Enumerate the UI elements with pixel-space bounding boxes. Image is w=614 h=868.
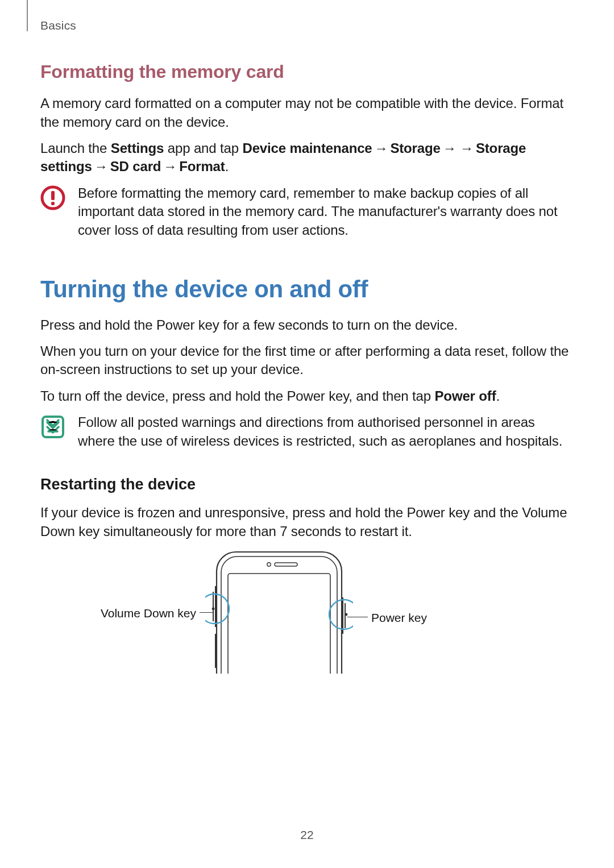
svg-rect-8 (275, 563, 297, 566)
para-formatting-intro: A memory card formatted on a computer ma… (40, 94, 574, 131)
header-rule (27, 0, 28, 31)
page-number: 22 (0, 827, 614, 843)
svg-point-7 (267, 563, 271, 566)
svg-rect-4 (217, 552, 342, 674)
bold-settings: Settings (111, 140, 164, 156)
note-callout: Follow all posted warnings and direction… (40, 413, 574, 450)
svg-rect-6 (228, 574, 330, 674)
label-volume-down-key: Volume Down key (65, 605, 196, 621)
para-power-off: To turn off the device, press and hold t… (40, 387, 574, 405)
warning-text: Before formatting the memory card, remem… (78, 184, 574, 239)
svg-rect-5 (221, 556, 337, 674)
text: To turn off the device, press and hold t… (40, 388, 435, 404)
bold-device-maintenance: Device maintenance (242, 140, 372, 156)
arrow-icon: → (163, 157, 177, 176)
svg-point-16 (212, 608, 215, 610)
note-icon (40, 414, 65, 439)
text: . (496, 388, 500, 404)
text: . (225, 159, 229, 174)
warning-callout: Before formatting the memory card, remem… (40, 184, 574, 239)
phone-illustration (205, 549, 353, 674)
bold-sd-card: SD card (110, 159, 161, 174)
subheading-restarting: Restarting the device (40, 474, 574, 495)
para-power-on: Press and hold the Power key for a few s… (40, 316, 574, 334)
bold-power-off: Power off (435, 388, 496, 404)
text: Launch the (40, 140, 111, 156)
device-diagram: Volume Down key (40, 549, 574, 679)
leader-line-right (347, 617, 368, 617)
text: app and tap (164, 140, 242, 156)
label-power-key: Power key (371, 610, 427, 626)
heading-turning-on-off: Turning the device on and off (40, 273, 574, 306)
arrow-icon: → → (443, 139, 474, 157)
svg-rect-1 (51, 191, 55, 200)
note-text: Follow all posted warnings and direction… (78, 413, 574, 450)
content-area: Formatting the memory card A memory card… (40, 60, 574, 679)
para-first-time: When you turn on your device for the fir… (40, 342, 574, 379)
subheading-formatting: Formatting the memory card (40, 60, 574, 84)
para-restarting: If your device is frozen and unresponsiv… (40, 504, 574, 541)
arrow-icon: → (94, 157, 108, 176)
chapter-label: Basics (40, 18, 76, 34)
para-formatting-instruction: Launch the Settings app and tap Device m… (40, 139, 574, 176)
warning-icon (40, 185, 65, 210)
svg-rect-2 (51, 202, 55, 205)
arrow-icon: → (375, 139, 388, 157)
bold-format: Format (179, 159, 225, 174)
bold-storage: Storage (390, 140, 440, 156)
svg-point-17 (345, 613, 348, 616)
